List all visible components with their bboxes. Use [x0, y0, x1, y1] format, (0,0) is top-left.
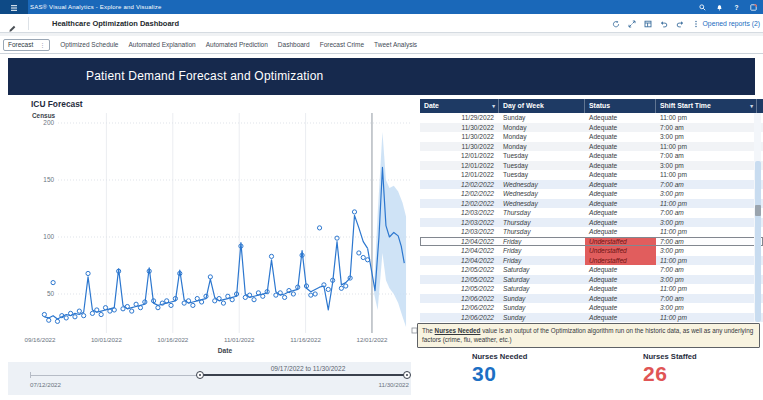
tab-tweet-analysis[interactable]: Tweet Analysis [374, 41, 417, 48]
cell-date: 12/05/2022 [420, 265, 499, 275]
table-row[interactable]: 12/02/2022WednesdayAdequate11:00 pm [420, 199, 763, 209]
cell-status: Adequate [585, 161, 656, 171]
cell-date: 11/30/2022 [420, 142, 499, 152]
tab-menu-icon[interactable]: ⋮ [39, 41, 45, 48]
actual-point [200, 300, 204, 304]
avatar[interactable] [750, 4, 757, 11]
table-row[interactable]: 12/03/2022ThursdayAdequate11:00 pm [420, 227, 763, 237]
actual-point [86, 271, 90, 275]
table-row[interactable]: 12/03/2022ThursdayAdequate3:00 pm [420, 218, 763, 228]
table-row[interactable]: 12/04/2022FridayUnderstaffed11:00 pm [420, 256, 763, 266]
table-row[interactable]: 12/05/2022SaturdayAdequate7:00 am [420, 265, 763, 275]
table-body: 11/29/2022SundayAdequate11:00 pm11/30/20… [420, 113, 763, 322]
table-scrollbar-thumb[interactable] [755, 161, 761, 322]
actual-point [90, 311, 94, 315]
table-scrollbar-mark [755, 205, 761, 216]
table-row[interactable]: 12/05/2022SaturdayAdequate11:00 pm [420, 284, 763, 294]
cell-date: 12/05/2022 [420, 284, 499, 294]
cell-day-of-week: Tuesday [499, 170, 585, 180]
table-row[interactable]: 12/05/2022SaturdayAdequate3:00 pm [420, 275, 763, 285]
actual-point [230, 298, 234, 302]
date-range-slider[interactable]: 09/17/2022 to 11/30/2022 07/12/2022 11/3… [8, 362, 411, 395]
tab-forecast[interactable]: Forecast⋮ [3, 39, 50, 51]
help-icon[interactable]: ? [733, 4, 740, 11]
icu-forecast-chart[interactable]: ICU Forecast Census 09/16/202210/01/2022… [8, 95, 418, 358]
toolbar-divider [28, 17, 29, 30]
table-row[interactable]: 12/06/2022SundayAdequate11:00 pm [420, 313, 763, 323]
tab-forecast-crime[interactable]: Forecast Crime [320, 41, 364, 48]
cell-shift-start-time: 11:00 pm [656, 199, 757, 209]
tab-dashboard[interactable]: Dashboard [278, 41, 310, 48]
cell-date: 12/02/2022 [420, 180, 499, 190]
actual-point [134, 302, 138, 306]
notifications-icon[interactable] [716, 4, 723, 11]
cell-status: Adequate [585, 227, 656, 237]
table-row[interactable]: 11/30/2022MondayAdequate11:00 pm [420, 142, 763, 152]
actual-point [317, 226, 321, 230]
expand-icon[interactable] [628, 20, 636, 28]
redo-icon[interactable] [676, 20, 684, 28]
app-menu-button[interactable] [0, 0, 28, 14]
table-row[interactable]: 12/01/2022TuesdayAdequate7:00 am [420, 151, 763, 161]
opened-reports-link[interactable]: Opened reports (2) [703, 14, 760, 33]
refresh-icon[interactable] [612, 20, 620, 28]
more-options-icon[interactable] [692, 20, 700, 28]
table-row[interactable]: 12/06/2022SundayAdequate7:00 am [420, 294, 763, 304]
actual-point [357, 251, 361, 255]
column-header-shift-start-time[interactable]: Shift Start Time▾ [656, 99, 757, 113]
cell-status: Adequate [585, 142, 656, 152]
slider-track-unselected[interactable] [30, 375, 200, 376]
cell-date: 11/30/2022 [420, 123, 499, 133]
cell-status: Adequate [585, 265, 656, 275]
table-row[interactable]: 12/02/2022WednesdayAdequate3:00 pm [420, 189, 763, 199]
cell-day-of-week: Sunday [499, 303, 585, 313]
icu-chart-svg[interactable]: 09/16/202210/01/202210/16/202211/01/2022… [8, 95, 418, 358]
actual-point [256, 291, 260, 295]
table-row[interactable]: 11/29/2022SundayAdequate11:00 pm [420, 113, 763, 123]
column-header-status[interactable]: Status [585, 99, 656, 113]
table-row[interactable]: 12/02/2022WednesdayAdequate7:00 am [420, 180, 763, 190]
cell-status: Adequate [585, 123, 656, 133]
actual-point [326, 287, 330, 291]
table-row[interactable]: 12/03/2022ThursdayAdequate7:00 am [420, 208, 763, 218]
app-title: SAS® Visual Analytics - Explore and Visu… [30, 0, 162, 14]
cell-shift-start-time: 11:00 pm [656, 170, 757, 180]
cell-date: 12/02/2022 [420, 189, 499, 199]
slider-handle-right[interactable] [403, 371, 411, 379]
tab-optimized-schedule[interactable]: Optimized Schedule [60, 41, 118, 48]
search-icon[interactable] [699, 4, 706, 11]
slider-handle-left[interactable] [196, 371, 204, 379]
undo-icon[interactable] [660, 20, 668, 28]
table-row[interactable]: 12/01/2022TuesdayAdequate3:00 pm [420, 161, 763, 171]
slider-range-label: 09/17/2022 to 11/30/2022 [238, 365, 378, 372]
cell-day-of-week: Friday [499, 237, 585, 247]
column-header-date[interactable]: Date▾ [420, 99, 499, 113]
actual-point [291, 292, 295, 296]
actual-point [217, 296, 221, 300]
actual-point [82, 314, 86, 318]
cell-status: Adequate [585, 132, 656, 142]
table-row[interactable]: 12/06/2022SundayAdequate3:00 pm [420, 303, 763, 313]
actual-point [226, 294, 230, 298]
cell-date: 12/04/2022 [420, 256, 499, 266]
slider-track-selected[interactable] [200, 374, 407, 376]
table-scrollbar[interactable] [754, 113, 761, 322]
tab-automated-explanation[interactable]: Automated Explanation [128, 41, 195, 48]
column-header-day-of-week[interactable]: Day of Week [499, 99, 585, 113]
actual-point [191, 303, 195, 307]
cell-status: Adequate [585, 303, 656, 313]
cell-status: Adequate [585, 180, 656, 190]
table-row[interactable]: 12/04/2022FridayUnderstaffed7:00 am [420, 237, 763, 247]
actual-point [248, 293, 252, 297]
x-tick-label: 09/16/2022 [25, 336, 57, 343]
table-row[interactable]: 11/30/2022MondayAdequate3:00 pm [420, 132, 763, 142]
table-row[interactable]: 12/04/2022FridayUnderstaffed3:00 pm [420, 246, 763, 256]
table-row[interactable]: 12/01/2022TuesdayAdequate11:00 pm [420, 170, 763, 180]
y-tick-label: 100 [43, 233, 54, 240]
tab-automated-prediction[interactable]: Automated Prediction [206, 41, 268, 48]
actual-point [165, 299, 169, 303]
report-view-icon[interactable] [644, 20, 652, 28]
table-row[interactable]: 11/30/2022MondayAdequate7:00 am [420, 123, 763, 133]
cell-shift-start-time: 7:00 am [656, 151, 757, 161]
actual-point [243, 295, 247, 299]
